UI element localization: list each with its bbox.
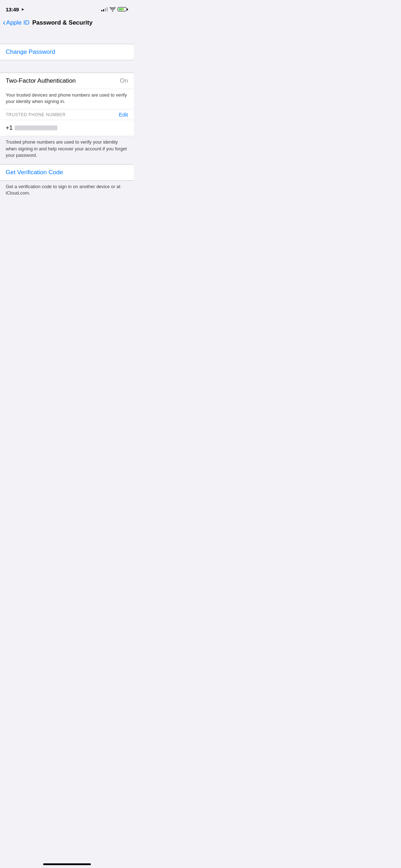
page-title: Password & Security <box>32 19 93 26</box>
tfa-title: Two-Factor Authentication <box>6 77 76 84</box>
signal-bars-icon <box>101 7 108 11</box>
phone-prefix: +1 <box>6 124 12 131</box>
empty-area <box>0 202 134 416</box>
trusted-phone-label: TRUSTED PHONE NUMBER <box>6 112 66 117</box>
back-button[interactable]: ‹ Apple ID <box>3 19 30 27</box>
status-time: 13:49 <box>6 6 19 12</box>
get-verification-code-item[interactable]: Get Verification Code <box>0 165 134 180</box>
status-icons: ⚡ <box>101 7 128 11</box>
status-bar: 13:49 ➤ ⚡ <box>0 0 134 16</box>
get-verification-code-label: Get Verification Code <box>6 169 63 176</box>
phone-redacted <box>15 125 57 130</box>
top-section-gap <box>0 31 134 44</box>
tfa-description: Your trusted devices and phone numbers a… <box>0 89 134 109</box>
trusted-phone-header-row: TRUSTED PHONE NUMBER Edit <box>0 109 134 120</box>
back-label: Apple ID <box>6 19 29 26</box>
change-password-item[interactable]: Change Password <box>0 44 134 60</box>
change-password-section: Change Password <box>0 44 134 60</box>
phone-footer-text: Trusted phone numbers are used to verify… <box>0 136 134 164</box>
edit-button[interactable]: Edit <box>119 112 128 118</box>
nav-bar: ‹ Apple ID Password & Security <box>0 16 134 31</box>
verification-code-section: Get Verification Code <box>0 165 134 180</box>
mid-section-gap <box>0 60 134 73</box>
tfa-status: On <box>120 77 128 84</box>
verification-code-description: Get a verification code to sign in on an… <box>0 181 134 202</box>
tfa-header: Two-Factor Authentication On <box>0 73 134 89</box>
location-icon: ➤ <box>21 7 24 12</box>
change-password-label: Change Password <box>6 48 55 56</box>
battery-icon: ⚡ <box>118 7 128 11</box>
back-chevron-icon: ‹ <box>3 19 5 27</box>
phone-number-row: +1 <box>0 120 134 136</box>
wifi-icon <box>110 7 115 11</box>
